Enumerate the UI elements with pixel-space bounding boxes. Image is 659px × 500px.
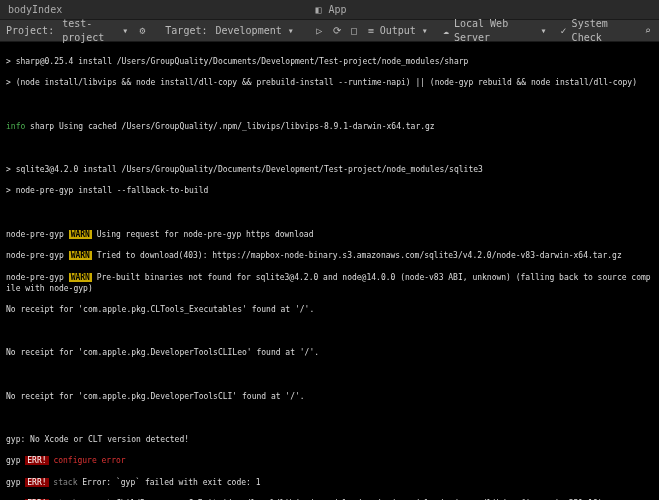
- terminal-output[interactable]: > sharp@0.25.4 install /Users/GroupQuali…: [0, 42, 659, 500]
- system-check-button[interactable]: ✓ System Check: [558, 17, 632, 44]
- check-label: System Check: [572, 17, 633, 44]
- window-title: bodyIndex: [8, 3, 62, 17]
- project-selector[interactable]: test-project ▾: [62, 17, 130, 44]
- log-line: node-pre-gyp WARN Pre-built binaries not…: [6, 273, 653, 295]
- target-selector[interactable]: Development ▾: [215, 24, 296, 38]
- log-line: No receipt for 'com.apple.pkg.DeveloperT…: [6, 348, 653, 359]
- check-icon: ✓: [558, 25, 568, 37]
- settings-icon[interactable]: ⚙: [138, 25, 147, 37]
- list-icon: ≡: [365, 25, 377, 37]
- play-icon[interactable]: ▷: [315, 25, 324, 37]
- log-line: > node-pre-gyp install --fallback-to-bui…: [6, 186, 653, 197]
- project-label: Project:: [6, 24, 54, 38]
- stop-icon[interactable]: □: [349, 25, 358, 37]
- target-label: Target:: [165, 24, 207, 38]
- log-line: gyp ERR! stack Error: `gyp` failed with …: [6, 478, 653, 489]
- log-line: gyp ERR! configure error: [6, 456, 653, 467]
- log-line: No receipt for 'com.apple.pkg.DeveloperT…: [6, 392, 653, 403]
- web-label: Local Web Server: [454, 17, 535, 44]
- log-line: > sharp@0.25.4 install /Users/GroupQuali…: [6, 57, 653, 68]
- app-icon: ◧: [312, 4, 324, 16]
- chevron-down-icon: ▾: [419, 25, 431, 37]
- log-line: gyp: No Xcode or CLT version detected!: [6, 435, 653, 446]
- target-value: Development: [215, 24, 281, 38]
- log-line: node-pre-gyp WARN Using request for node…: [6, 230, 653, 241]
- chevron-down-icon: ▾: [285, 25, 297, 37]
- toolbar: Project: test-project ▾ ⚙ Target: Develo…: [0, 20, 659, 42]
- reload-icon[interactable]: ⟳: [332, 25, 341, 37]
- project-value: test-project: [62, 17, 118, 44]
- output-label: Output: [380, 24, 416, 38]
- log-line: No receipt for 'com.apple.pkg.CLTools_Ex…: [6, 305, 653, 316]
- cloud-icon: ☁: [441, 25, 451, 37]
- log-line: > sqlite3@4.2.0 install /Users/GroupQual…: [6, 165, 653, 176]
- app-label: App: [328, 3, 346, 17]
- web-server-button[interactable]: ☁ Local Web Server ▾: [441, 17, 549, 44]
- log-line: node-pre-gyp WARN Tried to download(403)…: [6, 251, 653, 262]
- search-icon[interactable]: ⌕: [643, 25, 653, 37]
- log-line: > (node install/libvips && node install/…: [6, 78, 653, 89]
- chevron-down-icon: ▾: [538, 25, 548, 37]
- chevron-down-icon: ▾: [121, 25, 130, 37]
- output-panel-button[interactable]: ≡ Output ▾: [365, 24, 431, 38]
- log-line: info sharp Using cached /Users/GroupQual…: [6, 122, 653, 133]
